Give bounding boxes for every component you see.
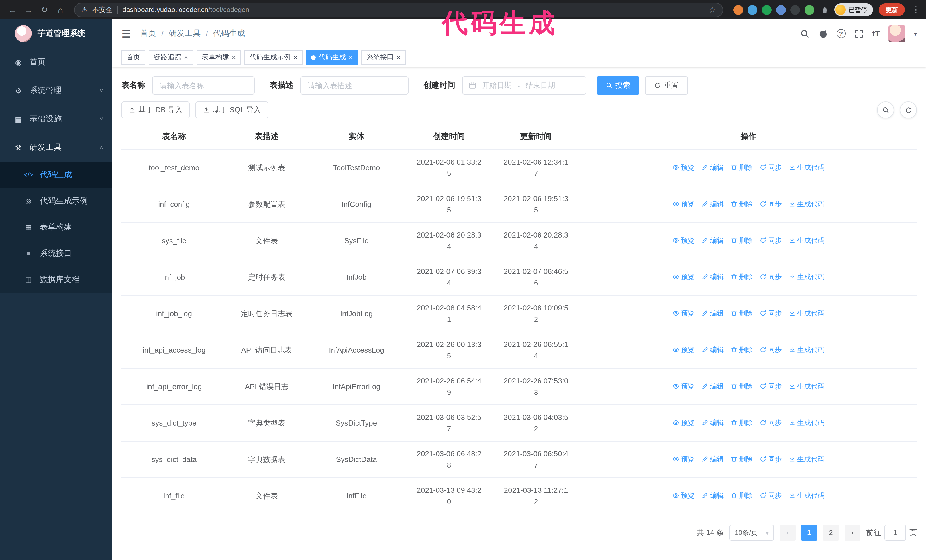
- action-sync[interactable]: 同步: [760, 382, 782, 391]
- import-sql-button[interactable]: 基于 SQL 导入: [196, 101, 269, 118]
- date-range-picker[interactable]: 开始日期 - 结束日期: [462, 76, 586, 95]
- action-edit[interactable]: 编辑: [702, 309, 724, 318]
- action-eye[interactable]: 预览: [672, 272, 694, 282]
- action-download[interactable]: 生成代码: [789, 382, 825, 391]
- address-bar[interactable]: ⚠ 不安全 dashboard.yudao.iocoder.cn/tool/co…: [74, 3, 723, 17]
- action-download[interactable]: 生成代码: [789, 199, 825, 209]
- tab-0[interactable]: 首页: [121, 50, 145, 65]
- action-eye[interactable]: 预览: [672, 491, 694, 501]
- action-edit[interactable]: 编辑: [702, 418, 724, 428]
- close-icon[interactable]: ×: [349, 54, 353, 61]
- sidebar-subitem[interactable]: </>代码生成: [0, 162, 112, 188]
- hamburger-icon[interactable]: ☰: [121, 27, 131, 40]
- action-edit[interactable]: 编辑: [702, 491, 724, 501]
- sidebar-subitem[interactable]: ◎代码生成示例: [0, 188, 112, 214]
- extensions-puzzle-icon[interactable]: [820, 5, 829, 14]
- action-sync[interactable]: 同步: [760, 454, 782, 464]
- refresh-icon[interactable]: ↻: [38, 3, 51, 17]
- close-icon[interactable]: ×: [184, 54, 188, 61]
- action-edit[interactable]: 编辑: [702, 236, 724, 246]
- action-download[interactable]: 生成代码: [789, 491, 825, 501]
- extension-icon[interactable]: [805, 5, 814, 15]
- action-sync[interactable]: 同步: [760, 199, 782, 209]
- sidebar-subitem[interactable]: ▦表单构建: [0, 214, 112, 240]
- paused-badge[interactable]: 已暂停: [834, 3, 873, 16]
- action-download[interactable]: 生成代码: [789, 236, 825, 246]
- action-sync[interactable]: 同步: [760, 163, 782, 173]
- search-button[interactable]: 搜索: [597, 76, 639, 95]
- extension-icon[interactable]: [790, 5, 800, 15]
- logo[interactable]: 芋道管理系统: [0, 20, 112, 48]
- action-trash[interactable]: 删除: [731, 236, 753, 246]
- action-trash[interactable]: 删除: [731, 418, 753, 428]
- tab-1[interactable]: 链路追踪×: [149, 50, 193, 65]
- action-trash[interactable]: 删除: [731, 199, 753, 209]
- action-trash[interactable]: 删除: [731, 345, 753, 355]
- action-eye[interactable]: 预览: [672, 345, 694, 355]
- action-trash[interactable]: 删除: [731, 163, 753, 173]
- action-trash[interactable]: 删除: [731, 309, 753, 318]
- action-trash[interactable]: 删除: [731, 272, 753, 282]
- close-icon[interactable]: ×: [294, 54, 298, 61]
- action-sync[interactable]: 同步: [760, 345, 782, 355]
- action-trash[interactable]: 删除: [731, 454, 753, 464]
- action-eye[interactable]: 预览: [672, 163, 694, 173]
- action-sync[interactable]: 同步: [760, 309, 782, 318]
- back-arrow-icon[interactable]: ←: [6, 3, 20, 17]
- user-avatar[interactable]: [888, 25, 905, 42]
- action-sync[interactable]: 同步: [760, 491, 782, 501]
- action-download[interactable]: 生成代码: [789, 418, 825, 428]
- prev-page-button[interactable]: ‹: [779, 525, 796, 540]
- action-eye[interactable]: 预览: [672, 454, 694, 464]
- update-button[interactable]: 更新: [879, 3, 905, 16]
- sidebar-item[interactable]: ⚙系统管理˅: [0, 76, 112, 105]
- bookmark-star-icon[interactable]: ☆: [709, 5, 716, 14]
- extension-icon[interactable]: [733, 5, 743, 15]
- action-download[interactable]: 生成代码: [789, 309, 825, 318]
- action-sync[interactable]: 同步: [760, 236, 782, 246]
- breadcrumb-item[interactable]: 首页: [140, 29, 156, 39]
- action-eye[interactable]: 预览: [672, 199, 694, 209]
- breadcrumb-item[interactable]: 代码生成: [213, 29, 245, 39]
- sidebar-item[interactable]: ⚒研发工具˄: [0, 133, 112, 162]
- action-eye[interactable]: 预览: [672, 309, 694, 318]
- breadcrumb-item[interactable]: 研发工具: [169, 29, 201, 39]
- search-icon[interactable]: [800, 29, 810, 38]
- action-edit[interactable]: 编辑: [702, 163, 724, 173]
- next-page-button[interactable]: ›: [844, 525, 861, 540]
- action-download[interactable]: 生成代码: [789, 345, 825, 355]
- tab-5[interactable]: 系统接口×: [361, 50, 406, 65]
- action-download[interactable]: 生成代码: [789, 163, 825, 173]
- table-desc-input[interactable]: [300, 76, 409, 95]
- action-eye[interactable]: 预览: [672, 382, 694, 391]
- tab-2[interactable]: 表单构建×: [197, 50, 241, 65]
- action-sync[interactable]: 同步: [760, 272, 782, 282]
- page-size-select[interactable]: 10条/页 ▾: [730, 525, 774, 540]
- page-button-1[interactable]: 1: [801, 525, 817, 540]
- action-eye[interactable]: 预览: [672, 236, 694, 246]
- tab-3[interactable]: 代码生成示例×: [244, 50, 303, 65]
- sidebar-item[interactable]: ▤基础设施˅: [0, 105, 112, 133]
- sidebar-item[interactable]: ◉首页: [0, 48, 112, 76]
- extension-icon[interactable]: [747, 5, 757, 15]
- forward-arrow-icon[interactable]: →: [22, 3, 35, 17]
- reset-button[interactable]: 重置: [645, 76, 688, 95]
- action-download[interactable]: 生成代码: [789, 272, 825, 282]
- extension-icon[interactable]: [776, 5, 786, 15]
- action-sync[interactable]: 同步: [760, 418, 782, 428]
- fullscreen-icon[interactable]: [854, 29, 864, 38]
- action-edit[interactable]: 编辑: [702, 382, 724, 391]
- goto-page-input[interactable]: [884, 525, 906, 540]
- action-edit[interactable]: 编辑: [702, 454, 724, 464]
- page-button-2[interactable]: 2: [823, 525, 839, 540]
- action-edit[interactable]: 编辑: [702, 345, 724, 355]
- tab-4[interactable]: 代码生成×: [306, 50, 358, 65]
- chevron-down-icon[interactable]: ▾: [914, 30, 917, 37]
- github-icon[interactable]: [818, 29, 828, 38]
- font-size-icon[interactable]: tT: [872, 29, 880, 38]
- browser-menu-icon[interactable]: ⋮: [912, 5, 920, 15]
- extension-icon[interactable]: [762, 5, 772, 15]
- home-icon[interactable]: ⌂: [54, 3, 67, 17]
- action-trash[interactable]: 删除: [731, 382, 753, 391]
- refresh-table-button[interactable]: [900, 101, 917, 118]
